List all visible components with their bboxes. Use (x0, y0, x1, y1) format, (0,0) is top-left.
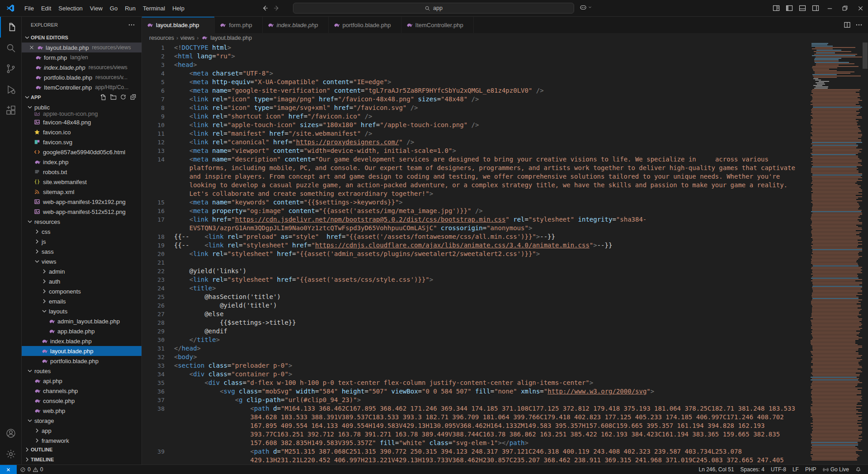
open-editor-item[interactable]: ItemController.phpapp/Http/Co... (22, 82, 142, 92)
customize-layout-button[interactable] (769, 0, 783, 17)
tree-file-index.php[interactable]: index.php (22, 157, 142, 167)
timeline-header[interactable]: TIMELINE (22, 455, 142, 465)
tree-folder-framework[interactable]: framework (22, 436, 142, 445)
activity-run-debug[interactable] (0, 79, 21, 100)
status-ln-246-col-51[interactable]: Ln 246, Col 51 (696, 465, 737, 474)
tree-file-web-app-manifest-192x192.png[interactable]: web-app-manifest-192x192.png (22, 197, 142, 207)
open-editor-item[interactable]: portfolio.blade.phpresources/v... (22, 72, 142, 82)
tree-file-channels.php[interactable]: channels.php (22, 386, 142, 396)
new-folder-button[interactable] (109, 93, 117, 102)
tree-file-web-app-manifest-512x512.png[interactable]: web-app-manifest-512x512.png (22, 207, 142, 217)
menu-view[interactable]: View (86, 3, 106, 14)
tab-index.blade.php[interactable]: index.blade.php (263, 17, 329, 33)
tree-file-apple-touch-icon.png[interactable]: apple-touch-icon.png (22, 112, 142, 117)
tree-file-favicon.ico[interactable]: favicon.ico (22, 127, 142, 137)
remote-indicator[interactable] (0, 465, 17, 474)
open-editor-item[interactable]: layout.blade.phpresources/views (22, 43, 142, 52)
tree-folder-public[interactable]: public (22, 102, 142, 112)
status-go-live[interactable]: Go Live (820, 465, 852, 474)
activity-search[interactable] (0, 38, 21, 58)
menu-terminal[interactable]: Terminal (139, 3, 169, 14)
toggle-primary-sidebar-button[interactable] (783, 0, 796, 17)
tree-folder-resources[interactable]: resources (22, 217, 142, 227)
menu-edit[interactable]: Edit (38, 3, 55, 14)
open-editors-header[interactable]: OPEN EDITORS (22, 33, 142, 43)
menu-selection[interactable]: Selection (55, 3, 86, 14)
tree-file-site.webmanifest[interactable]: site.webmanifest (22, 177, 142, 187)
tree-file-admin_layout.blade.php[interactable]: admin_layout.blade.php (22, 316, 142, 326)
status-lf[interactable]: LF (789, 465, 802, 474)
editor-scrollbar[interactable] (862, 43, 868, 465)
tree-file-web.php[interactable]: web.php (22, 406, 142, 416)
more-actions-icon[interactable] (128, 21, 135, 28)
activity-settings[interactable] (0, 444, 21, 465)
tree-folder-admin[interactable]: admin (22, 266, 142, 276)
tree-folder-sass[interactable]: sass (22, 246, 142, 256)
toggle-secondary-sidebar-button[interactable] (809, 0, 822, 17)
tree-file-google857ae59940dd05c6.html[interactable]: google857ae59940dd05c6.html (22, 147, 142, 157)
tree-folder-components[interactable]: components (22, 286, 142, 296)
menu-help[interactable]: Help (169, 3, 188, 14)
tree-folder-views[interactable]: views (22, 256, 142, 266)
breadcrumb-item[interactable]: layout.blade.php (211, 35, 252, 41)
app-section-header[interactable]: APP (22, 92, 142, 102)
tree-file-robots.txt[interactable]: robots.txt (22, 167, 142, 177)
tree-file-favicon.svg[interactable]: favicon.svg (22, 137, 142, 147)
open-editor-item[interactable]: form.phplang/en (22, 52, 142, 62)
tree-file-app.blade.php[interactable]: app.blade.php (22, 326, 142, 336)
copilot-button[interactable] (580, 4, 592, 11)
activity-extensions[interactable] (0, 100, 21, 121)
nav-back-icon[interactable] (261, 5, 269, 12)
tree-file-favicon-48x48.png[interactable]: favicon-48x48.png (22, 117, 142, 127)
tree-folder-js[interactable]: js (22, 237, 142, 246)
tree-folder-css[interactable]: css (22, 227, 142, 237)
menu-run[interactable]: Run (121, 3, 139, 14)
tree-file-portfolio.blade.php[interactable]: portfolio.blade.php (22, 356, 142, 366)
menu-go[interactable]: Go (106, 3, 121, 14)
tab-close-icon[interactable] (202, 21, 210, 29)
tree-folder-routes[interactable]: routes (22, 366, 142, 376)
status-php[interactable]: PHP (802, 465, 820, 474)
new-file-button[interactable] (99, 93, 107, 102)
command-center-search[interactable]: app (293, 3, 574, 14)
refresh-button[interactable] (119, 93, 127, 102)
tree-folder-app[interactable]: app (22, 426, 142, 436)
close-button[interactable] (853, 0, 868, 17)
tree-file-index.blade.php[interactable]: index.blade.php (22, 336, 142, 346)
chevron-right-icon (33, 248, 41, 255)
open-editor-item[interactable]: index.blade.phpresources/views (22, 62, 142, 72)
activity-source-control[interactable] (0, 58, 21, 79)
restore-button[interactable] (837, 0, 853, 17)
editor-more-actions-icon[interactable] (855, 21, 863, 28)
tree-file-layout.blade.php[interactable]: layout.blade.php (22, 346, 142, 356)
tab-layout.blade.php[interactable]: layout.blade.php (142, 17, 215, 33)
nav-forward-icon[interactable] (273, 5, 280, 12)
outline-header[interactable]: OUTLINE (22, 445, 142, 455)
minimize-icon (826, 5, 833, 12)
tab-ItemController.php[interactable]: ItemController.php (401, 17, 474, 33)
tab-form.php[interactable]: form.php (215, 17, 262, 33)
minimize-button[interactable] (822, 0, 837, 17)
problems-indicator[interactable]: 0 0 (17, 465, 46, 474)
tree-folder-auth[interactable]: auth (22, 276, 142, 286)
menu-file[interactable]: File (21, 3, 38, 14)
status-bell[interactable] (852, 465, 864, 474)
breadcrumb-item[interactable]: resources (149, 35, 174, 41)
status-utf-8[interactable]: UTF-8 (768, 465, 789, 474)
minimap[interactable] (811, 43, 862, 465)
activity-account[interactable] (0, 423, 21, 444)
tree-folder-storage[interactable]: storage (22, 416, 142, 426)
status-spaces-4[interactable]: Spaces: 4 (737, 465, 768, 474)
tree-file-api.php[interactable]: api.php (22, 376, 142, 386)
split-editor-icon[interactable] (844, 21, 851, 28)
collapse-all-button[interactable] (129, 93, 137, 102)
tree-folder-layouts[interactable]: layouts (22, 306, 142, 316)
tab-portfolio.blade.php[interactable]: portfolio.blade.php (329, 17, 401, 33)
tree-file-sitemap.xml[interactable]: sitemap.xml (22, 187, 142, 197)
tree-folder-emails[interactable]: emails (22, 296, 142, 306)
tree-file-console.php[interactable]: console.php (22, 396, 142, 406)
code-editor[interactable]: 1<!DOCTYPE html>2<html lang="ru">3<head>… (142, 43, 868, 465)
toggle-panel-button[interactable] (796, 0, 809, 17)
breadcrumb-item[interactable]: views (180, 35, 194, 41)
activity-explorer[interactable] (0, 17, 21, 38)
